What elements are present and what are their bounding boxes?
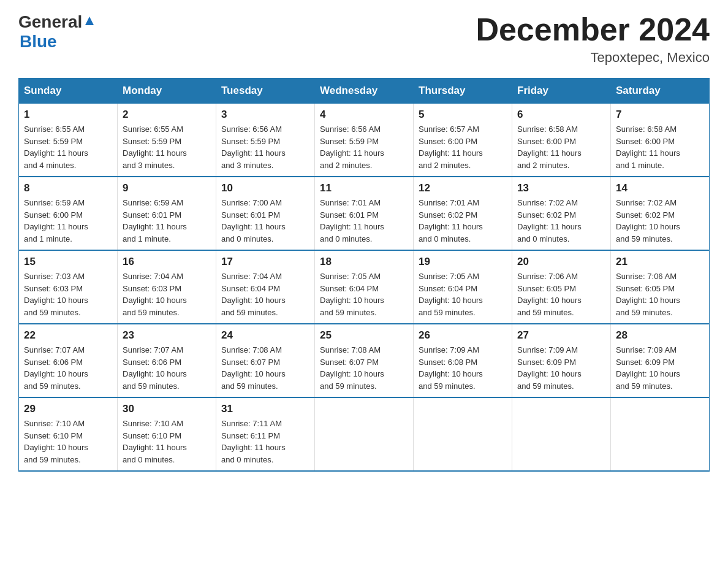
day-number: 24 bbox=[221, 329, 309, 342]
day-info: Sunrise: 7:04 AMSunset: 6:04 PMDaylight:… bbox=[221, 270, 309, 318]
day-cell-1: 1Sunrise: 6:55 AMSunset: 5:59 PMDaylight… bbox=[19, 104, 118, 177]
week-row-2: 8Sunrise: 6:59 AMSunset: 6:00 PMDaylight… bbox=[19, 177, 710, 250]
day-info: Sunrise: 7:10 AMSunset: 6:10 PMDaylight:… bbox=[24, 418, 112, 465]
day-number: 9 bbox=[123, 182, 211, 194]
week-row-1: 1Sunrise: 6:55 AMSunset: 5:59 PMDaylight… bbox=[19, 104, 710, 177]
day-cell-13: 13Sunrise: 7:02 AMSunset: 6:02 PMDayligh… bbox=[512, 177, 611, 250]
day-info: Sunrise: 7:05 AMSunset: 6:04 PMDaylight:… bbox=[320, 270, 408, 318]
day-number: 18 bbox=[320, 256, 408, 268]
day-number: 10 bbox=[221, 182, 309, 194]
day-number: 11 bbox=[320, 182, 408, 194]
day-cell-20: 20Sunrise: 7:06 AMSunset: 6:05 PMDayligh… bbox=[512, 250, 611, 324]
day-info: Sunrise: 7:06 AMSunset: 6:05 PMDaylight:… bbox=[616, 270, 704, 318]
empty-cell bbox=[414, 397, 512, 471]
day-info: Sunrise: 6:59 AMSunset: 6:01 PMDaylight:… bbox=[123, 197, 211, 245]
day-cell-12: 12Sunrise: 7:01 AMSunset: 6:02 PMDayligh… bbox=[414, 177, 512, 250]
day-info: Sunrise: 7:06 AMSunset: 6:05 PMDaylight:… bbox=[517, 270, 605, 318]
day-number: 21 bbox=[616, 256, 704, 268]
day-cell-27: 27Sunrise: 7:09 AMSunset: 6:09 PMDayligh… bbox=[512, 324, 611, 397]
logo-triangle-icon bbox=[83, 14, 96, 28]
day-info: Sunrise: 7:00 AMSunset: 6:01 PMDaylight:… bbox=[221, 197, 309, 245]
day-number: 15 bbox=[24, 256, 112, 268]
empty-cell bbox=[315, 397, 414, 471]
day-info: Sunrise: 6:56 AMSunset: 5:59 PMDaylight:… bbox=[320, 123, 408, 171]
day-number: 14 bbox=[616, 182, 704, 194]
svg-marker-0 bbox=[85, 17, 94, 25]
day-cell-16: 16Sunrise: 7:04 AMSunset: 6:03 PMDayligh… bbox=[118, 250, 216, 324]
day-number: 20 bbox=[517, 256, 605, 268]
day-number: 25 bbox=[320, 329, 408, 342]
day-info: Sunrise: 6:57 AMSunset: 6:00 PMDaylight:… bbox=[419, 123, 507, 171]
day-cell-26: 26Sunrise: 7:09 AMSunset: 6:08 PMDayligh… bbox=[414, 324, 512, 397]
day-info: Sunrise: 7:11 AMSunset: 6:11 PMDaylight:… bbox=[221, 418, 309, 465]
weekday-header-tuesday: Tuesday bbox=[216, 79, 315, 104]
day-info: Sunrise: 7:05 AMSunset: 6:04 PMDaylight:… bbox=[419, 270, 507, 318]
month-title: December 2024 bbox=[476, 12, 710, 47]
weekday-header-thursday: Thursday bbox=[414, 79, 512, 104]
day-number: 22 bbox=[24, 329, 112, 342]
day-cell-30: 30Sunrise: 7:10 AMSunset: 6:10 PMDayligh… bbox=[118, 397, 216, 471]
day-cell-23: 23Sunrise: 7:07 AMSunset: 6:06 PMDayligh… bbox=[118, 324, 216, 397]
day-number: 7 bbox=[616, 109, 704, 121]
day-info: Sunrise: 6:56 AMSunset: 5:59 PMDaylight:… bbox=[221, 123, 309, 171]
day-number: 19 bbox=[419, 256, 507, 268]
day-cell-19: 19Sunrise: 7:05 AMSunset: 6:04 PMDayligh… bbox=[414, 250, 512, 324]
weekday-header-saturday: Saturday bbox=[611, 79, 710, 104]
day-number: 31 bbox=[221, 403, 309, 415]
day-info: Sunrise: 6:58 AMSunset: 6:00 PMDaylight:… bbox=[616, 123, 704, 171]
day-cell-6: 6Sunrise: 6:58 AMSunset: 6:00 PMDaylight… bbox=[512, 104, 611, 177]
day-info: Sunrise: 7:02 AMSunset: 6:02 PMDaylight:… bbox=[517, 197, 605, 245]
day-info: Sunrise: 7:09 AMSunset: 6:09 PMDaylight:… bbox=[517, 344, 605, 392]
day-cell-31: 31Sunrise: 7:11 AMSunset: 6:11 PMDayligh… bbox=[216, 397, 315, 471]
day-number: 3 bbox=[221, 109, 309, 121]
week-row-3: 15Sunrise: 7:03 AMSunset: 6:03 PMDayligh… bbox=[19, 250, 710, 324]
day-info: Sunrise: 6:55 AMSunset: 5:59 PMDaylight:… bbox=[123, 123, 211, 171]
empty-cell bbox=[512, 397, 611, 471]
day-cell-17: 17Sunrise: 7:04 AMSunset: 6:04 PMDayligh… bbox=[216, 250, 315, 324]
day-info: Sunrise: 7:02 AMSunset: 6:02 PMDaylight:… bbox=[616, 197, 704, 245]
day-cell-18: 18Sunrise: 7:05 AMSunset: 6:04 PMDayligh… bbox=[315, 250, 414, 324]
day-info: Sunrise: 7:08 AMSunset: 6:07 PMDaylight:… bbox=[221, 344, 309, 392]
day-cell-5: 5Sunrise: 6:57 AMSunset: 6:00 PMDaylight… bbox=[414, 104, 512, 177]
day-number: 13 bbox=[517, 182, 605, 194]
calendar-table: SundayMondayTuesdayWednesdayThursdayFrid… bbox=[18, 78, 710, 472]
day-cell-22: 22Sunrise: 7:07 AMSunset: 6:06 PMDayligh… bbox=[19, 324, 118, 397]
title-area: December 2024 Tepoxtepec, Mexico bbox=[476, 12, 710, 66]
weekday-header-friday: Friday bbox=[512, 79, 611, 104]
day-info: Sunrise: 7:03 AMSunset: 6:03 PMDaylight:… bbox=[24, 270, 112, 318]
day-info: Sunrise: 7:08 AMSunset: 6:07 PMDaylight:… bbox=[320, 344, 408, 392]
logo-general-text: General bbox=[18, 12, 82, 32]
day-cell-15: 15Sunrise: 7:03 AMSunset: 6:03 PMDayligh… bbox=[19, 250, 118, 324]
day-number: 17 bbox=[221, 256, 309, 268]
day-info: Sunrise: 7:04 AMSunset: 6:03 PMDaylight:… bbox=[123, 270, 211, 318]
day-cell-29: 29Sunrise: 7:10 AMSunset: 6:10 PMDayligh… bbox=[19, 397, 118, 471]
day-number: 30 bbox=[123, 403, 211, 415]
day-info: Sunrise: 7:09 AMSunset: 6:08 PMDaylight:… bbox=[419, 344, 507, 392]
day-cell-7: 7Sunrise: 6:58 AMSunset: 6:00 PMDaylight… bbox=[611, 104, 710, 177]
day-cell-21: 21Sunrise: 7:06 AMSunset: 6:05 PMDayligh… bbox=[611, 250, 710, 324]
day-info: Sunrise: 6:59 AMSunset: 6:00 PMDaylight:… bbox=[24, 197, 112, 245]
day-info: Sunrise: 7:07 AMSunset: 6:06 PMDaylight:… bbox=[123, 344, 211, 392]
day-number: 26 bbox=[419, 329, 507, 342]
empty-cell bbox=[611, 397, 710, 471]
day-info: Sunrise: 6:55 AMSunset: 5:59 PMDaylight:… bbox=[24, 123, 112, 171]
weekday-header-wednesday: Wednesday bbox=[315, 79, 414, 104]
day-cell-28: 28Sunrise: 7:09 AMSunset: 6:09 PMDayligh… bbox=[611, 324, 710, 397]
day-info: Sunrise: 6:58 AMSunset: 6:00 PMDaylight:… bbox=[517, 123, 605, 171]
day-info: Sunrise: 7:09 AMSunset: 6:09 PMDaylight:… bbox=[616, 344, 704, 392]
day-cell-8: 8Sunrise: 6:59 AMSunset: 6:00 PMDaylight… bbox=[19, 177, 118, 250]
day-number: 28 bbox=[616, 329, 704, 342]
day-info: Sunrise: 7:07 AMSunset: 6:06 PMDaylight:… bbox=[24, 344, 112, 392]
day-cell-10: 10Sunrise: 7:00 AMSunset: 6:01 PMDayligh… bbox=[216, 177, 315, 250]
day-cell-9: 9Sunrise: 6:59 AMSunset: 6:01 PMDaylight… bbox=[118, 177, 216, 250]
day-number: 27 bbox=[517, 329, 605, 342]
day-info: Sunrise: 7:01 AMSunset: 6:02 PMDaylight:… bbox=[419, 197, 507, 245]
day-number: 12 bbox=[419, 182, 507, 194]
day-number: 6 bbox=[517, 109, 605, 121]
day-number: 4 bbox=[320, 109, 408, 121]
location-text: Tepoxtepec, Mexico bbox=[476, 50, 710, 66]
day-cell-2: 2Sunrise: 6:55 AMSunset: 5:59 PMDaylight… bbox=[118, 104, 216, 177]
day-cell-3: 3Sunrise: 6:56 AMSunset: 5:59 PMDaylight… bbox=[216, 104, 315, 177]
day-number: 2 bbox=[123, 109, 211, 121]
day-cell-25: 25Sunrise: 7:08 AMSunset: 6:07 PMDayligh… bbox=[315, 324, 414, 397]
